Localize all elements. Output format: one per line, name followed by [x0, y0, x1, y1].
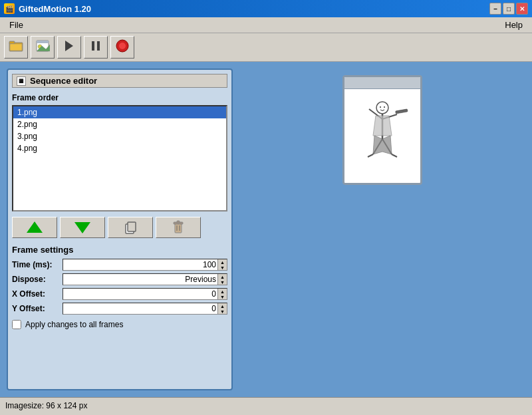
svg-rect-1	[9, 41, 15, 44]
svg-point-23	[384, 106, 385, 108]
time-row: Time (ms): ▲ ▼	[12, 259, 227, 271]
yoffset-spinner: ▲ ▼	[217, 303, 227, 314]
svg-marker-13	[74, 222, 90, 233]
time-spinner: ▲ ▼	[217, 259, 227, 270]
frame-item-1[interactable]: 1.png	[13, 106, 226, 118]
apply-all-checkbox[interactable]	[12, 320, 21, 329]
xoffset-row: X Offset: ▲ ▼	[12, 288, 227, 300]
svg-marker-12	[27, 221, 43, 233]
preview-top-strip	[344, 77, 420, 89]
svg-rect-27	[396, 108, 408, 113]
menu-help[interactable]: Help	[499, 19, 528, 31]
preview-frame	[342, 75, 422, 185]
panel-header: ▦ Sequence editor	[12, 74, 227, 88]
dispose-up[interactable]: ▲	[218, 274, 227, 279]
minimize-button[interactable]: –	[489, 3, 501, 15]
yoffset-label: Y Offset:	[12, 304, 60, 313]
title-bar: 🎬 GiftedMotion 1.20 – □ ✕	[0, 0, 532, 17]
pause-icon	[90, 40, 101, 55]
panel-header-icon: ▦	[17, 76, 26, 86]
open-icon	[9, 39, 23, 55]
window-controls: – □ ✕	[489, 3, 528, 15]
record-button[interactable]	[110, 36, 134, 59]
time-label: Time (ms):	[12, 260, 60, 269]
svg-rect-18	[177, 221, 180, 223]
yoffset-input-wrap: ▲ ▼	[63, 303, 227, 315]
xoffset-spinner: ▲ ▼	[217, 289, 227, 299]
svg-point-11	[119, 43, 126, 49]
xoffset-up[interactable]: ▲	[218, 289, 227, 294]
image-icon	[35, 39, 50, 55]
dispose-down[interactable]: ▼	[218, 279, 227, 285]
menu-file[interactable]: File	[4, 19, 29, 31]
preview-area	[239, 69, 525, 390]
main-content: ▦ Sequence editor Frame order 1.png 2.pn…	[0, 62, 532, 397]
maximize-button[interactable]: □	[503, 3, 515, 15]
frame-list[interactable]: 1.png 2.png 3.png 4.png	[12, 105, 227, 211]
status-text: Imagesize: 96 x 124 px	[5, 401, 87, 410]
svg-rect-8	[92, 41, 94, 51]
close-button[interactable]: ✕	[516, 3, 528, 15]
play-icon	[64, 40, 74, 55]
pause-button[interactable]	[84, 36, 108, 59]
dispose-input-wrap: ▲ ▼	[63, 273, 227, 285]
xoffset-input-wrap: ▲ ▼	[63, 288, 227, 300]
record-icon	[115, 39, 130, 56]
panel-title: Sequence editor	[30, 76, 97, 86]
time-input[interactable]	[63, 259, 217, 270]
yoffset-down[interactable]: ▼	[218, 309, 227, 314]
left-panel: ▦ Sequence editor Frame order 1.png 2.pn…	[7, 69, 233, 390]
move-up-button[interactable]	[12, 217, 57, 238]
svg-rect-15	[128, 222, 136, 231]
apply-all-label: Apply changes to all frames	[25, 320, 123, 329]
dispose-spinner: ▲ ▼	[217, 274, 227, 285]
open-button[interactable]	[4, 36, 28, 59]
svg-rect-9	[97, 41, 100, 51]
play-button[interactable]	[57, 36, 81, 59]
frame-order-label: Frame order	[12, 93, 227, 102]
time-up[interactable]: ▲	[218, 259, 227, 265]
time-down[interactable]: ▼	[218, 265, 227, 270]
dispose-input[interactable]	[63, 274, 217, 285]
yoffset-up[interactable]: ▲	[218, 303, 227, 309]
yoffset-row: Y Offset: ▲ ▼	[12, 303, 227, 315]
svg-marker-7	[65, 41, 73, 51]
xoffset-label: X Offset:	[12, 289, 60, 299]
toolbar	[0, 33, 532, 62]
svg-rect-2	[10, 44, 22, 51]
app-icon: 🎬	[4, 3, 15, 14]
app-title: GiftedMotion 1.20	[19, 4, 91, 14]
image-button[interactable]	[31, 36, 55, 59]
copy-button[interactable]	[108, 217, 153, 238]
xoffset-down[interactable]: ▼	[218, 294, 227, 299]
frame-item-2[interactable]: 2.png	[13, 118, 226, 130]
xoffset-input[interactable]	[63, 289, 217, 299]
frame-settings-label: Frame settings	[12, 245, 227, 255]
delete-button[interactable]	[156, 217, 201, 238]
menu-bar: File Help	[0, 17, 532, 33]
dispose-row: Dispose: ▲ ▼	[12, 273, 227, 285]
action-buttons	[12, 217, 227, 238]
svg-point-22	[380, 106, 381, 108]
yoffset-input[interactable]	[63, 303, 217, 314]
dispose-label: Dispose:	[12, 275, 60, 284]
time-input-wrap: ▲ ▼	[63, 259, 227, 271]
svg-marker-32	[373, 116, 392, 136]
svg-line-30	[368, 154, 373, 157]
frame-item-4[interactable]: 4.png	[13, 142, 226, 154]
svg-rect-4	[37, 41, 49, 43]
frame-item-3[interactable]: 3.png	[13, 130, 226, 142]
apply-all-row: Apply changes to all frames	[12, 320, 227, 329]
move-down-button[interactable]	[60, 217, 105, 238]
svg-line-31	[392, 154, 397, 157]
preview-figure	[356, 96, 409, 176]
status-bar: Imagesize: 96 x 124 px	[0, 397, 532, 413]
svg-point-21	[376, 102, 388, 114]
